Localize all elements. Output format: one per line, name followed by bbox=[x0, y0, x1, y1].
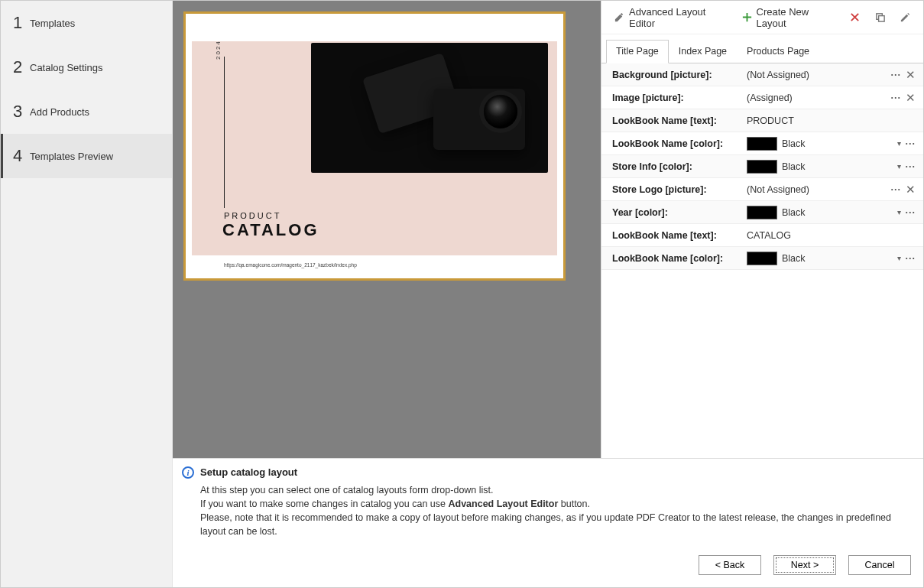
property-value[interactable]: CATALOG bbox=[747, 230, 791, 241]
browse-button[interactable]: ··· bbox=[891, 184, 901, 195]
close-icon bbox=[849, 11, 861, 23]
step-add-products[interactable]: 3 Add Products bbox=[1, 89, 172, 134]
layout-toolbar: Advanced Layout Editor Create New Layout bbox=[601, 1, 923, 34]
property-value: Black bbox=[782, 253, 806, 264]
step-templates[interactable]: 1 Templates bbox=[1, 1, 172, 45]
color-swatch[interactable] bbox=[747, 160, 777, 174]
property-row: LookBook Name [text]: CATALOG bbox=[601, 224, 923, 247]
info-body: At this step you can select one of catal… bbox=[182, 483, 911, 539]
property-value: Black bbox=[782, 207, 806, 218]
clear-button[interactable]: ✕ bbox=[906, 69, 916, 80]
property-row: LookBook Name [color]: Black ▾ ··· bbox=[601, 247, 923, 270]
property-row: LookBook Name [color]: Black ▾ ··· bbox=[601, 132, 923, 155]
cancel-button[interactable]: Cancel bbox=[848, 555, 911, 575]
template-preview-area: 2024 PRODUCT CATALOG https://qa.emagicon… bbox=[173, 1, 601, 458]
step-label: Templates Preview bbox=[30, 151, 113, 162]
svg-rect-1 bbox=[879, 16, 885, 22]
step-number: 2 bbox=[13, 57, 30, 77]
property-row: Store Info [color]: Black ▾ ··· bbox=[601, 155, 923, 178]
tab-title-page[interactable]: Title Page bbox=[606, 40, 669, 63]
next-button[interactable]: Next > bbox=[773, 555, 836, 575]
property-label: Image [picture]: bbox=[612, 93, 747, 103]
wizard-steps-sidebar: 1 Templates 2 Catalog Settings 3 Add Pro… bbox=[1, 1, 173, 587]
toolbar-label: Create New Layout bbox=[757, 6, 835, 29]
property-row: Background [picture]: (Not Assigned) ···… bbox=[601, 63, 923, 86]
property-value: (Assigned) bbox=[747, 93, 793, 103]
property-label: Year [color]: bbox=[612, 207, 747, 218]
color-swatch[interactable] bbox=[747, 137, 777, 151]
create-new-layout-button[interactable]: Create New Layout bbox=[737, 3, 840, 32]
property-value: (Not Assigned) bbox=[747, 70, 809, 80]
property-label: LookBook Name [text]: bbox=[612, 230, 747, 241]
property-value: (Not Assigned) bbox=[747, 184, 809, 195]
toolbar-label: Advanced Layout Editor bbox=[629, 6, 728, 29]
step-number: 1 bbox=[13, 13, 30, 33]
info-title: Setup catalog layout bbox=[200, 466, 297, 478]
preview-title: PRODUCT bbox=[224, 211, 281, 220]
browse-button[interactable]: ··· bbox=[891, 93, 901, 103]
color-swatch[interactable] bbox=[747, 206, 777, 219]
rename-layout-button[interactable] bbox=[895, 8, 916, 26]
copy-icon bbox=[874, 11, 886, 23]
preview-divider-line bbox=[224, 57, 225, 208]
step-catalog-settings[interactable]: 2 Catalog Settings bbox=[1, 45, 172, 89]
property-value: Black bbox=[782, 161, 806, 172]
clear-button[interactable]: ✕ bbox=[906, 184, 916, 195]
clear-button[interactable]: ✕ bbox=[906, 92, 916, 103]
preview-catalog: CATALOG bbox=[222, 220, 319, 240]
info-line: Please, note that it is recommended to m… bbox=[200, 511, 911, 538]
property-label: Background [picture]: bbox=[612, 70, 747, 80]
property-label: LookBook Name [color]: bbox=[612, 138, 747, 149]
preview-year: 2024 bbox=[215, 40, 222, 60]
step-templates-preview[interactable]: 4 Templates Preview bbox=[1, 134, 172, 178]
property-row: Image [picture]: (Assigned) ··· ✕ bbox=[601, 86, 923, 109]
tab-index-page[interactable]: Index Page bbox=[669, 40, 737, 63]
edit-icon bbox=[900, 11, 911, 23]
property-row: Year [color]: Black ▾ ··· bbox=[601, 201, 923, 224]
property-label: Store Info [color]: bbox=[612, 161, 747, 172]
wizard-button-bar: < Back Next > Cancel bbox=[173, 543, 923, 587]
more-button[interactable]: ··· bbox=[906, 253, 916, 264]
more-button[interactable]: ··· bbox=[906, 161, 916, 172]
dropdown-chevron-icon[interactable]: ▾ bbox=[897, 139, 901, 148]
info-icon: i bbox=[182, 466, 194, 479]
browse-button[interactable]: ··· bbox=[891, 70, 901, 80]
more-button[interactable]: ··· bbox=[906, 207, 916, 218]
step-number: 3 bbox=[13, 102, 30, 122]
page-tabs: Title Page Index Page Products Page bbox=[601, 34, 923, 63]
property-label: LookBook Name [text]: bbox=[612, 115, 747, 126]
advanced-layout-editor-button[interactable]: Advanced Layout Editor bbox=[609, 3, 732, 32]
property-row: LookBook Name [text]: PRODUCT bbox=[601, 109, 923, 132]
property-label: Store Logo [picture]: bbox=[612, 184, 747, 195]
back-button[interactable]: < Back bbox=[699, 555, 761, 575]
pencil-icon bbox=[614, 11, 625, 23]
tab-products-page[interactable]: Products Page bbox=[737, 40, 819, 63]
property-value: Black bbox=[782, 138, 806, 149]
property-value[interactable]: PRODUCT bbox=[747, 115, 794, 126]
info-panel: i Setup catalog layout At this step you … bbox=[173, 458, 923, 544]
preview-store-url: https://qa.emagicone.com/magento_2117_ka… bbox=[224, 262, 357, 268]
property-row: Store Logo [picture]: (Not Assigned) ···… bbox=[601, 178, 923, 201]
dropdown-chevron-icon[interactable]: ▾ bbox=[897, 254, 901, 262]
more-button[interactable]: ··· bbox=[906, 138, 916, 149]
info-line: At this step you can select one of catal… bbox=[200, 483, 911, 497]
properties-list: Background [picture]: (Not Assigned) ···… bbox=[601, 63, 923, 458]
dropdown-chevron-icon[interactable]: ▾ bbox=[897, 208, 901, 216]
preview-page[interactable]: 2024 PRODUCT CATALOG https://qa.emagicon… bbox=[183, 11, 566, 281]
dropdown-chevron-icon[interactable]: ▾ bbox=[897, 162, 901, 171]
properties-panel: Advanced Layout Editor Create New Layout bbox=[601, 1, 923, 458]
property-label: LookBook Name [color]: bbox=[612, 253, 747, 264]
color-swatch[interactable] bbox=[747, 252, 777, 265]
step-number: 4 bbox=[13, 146, 30, 166]
plus-icon bbox=[741, 11, 753, 23]
preview-hero-image bbox=[311, 43, 548, 173]
step-label: Add Products bbox=[30, 106, 89, 118]
step-label: Templates bbox=[30, 18, 75, 29]
info-line: If you want to make some changes in cata… bbox=[200, 497, 911, 511]
delete-layout-button[interactable] bbox=[845, 8, 865, 26]
copy-layout-button[interactable] bbox=[870, 8, 890, 26]
step-label: Catalog Settings bbox=[30, 62, 102, 73]
